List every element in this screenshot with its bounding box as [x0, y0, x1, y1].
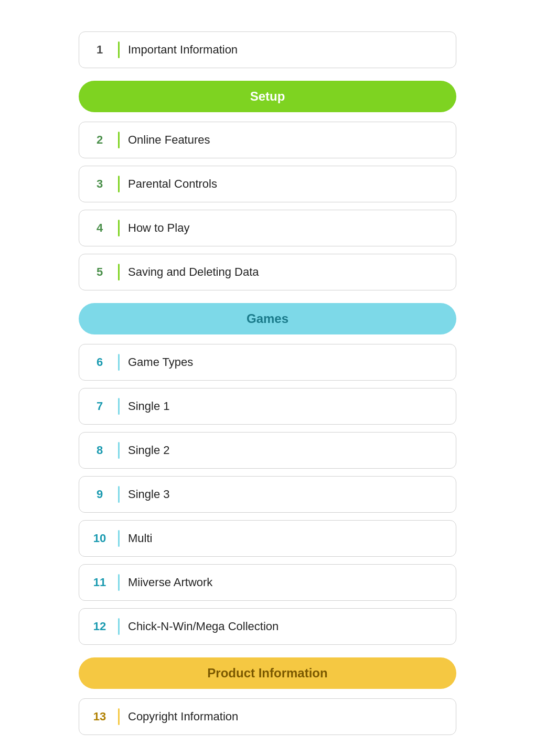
item-divider-4 [118, 220, 120, 236]
section-header-setup: Setup [79, 81, 456, 112]
menu-item-10[interactable]: 10 Multi [79, 520, 456, 557]
item-label-2: Online Features [128, 133, 210, 147]
item-label-12: Chick-N-Win/Mega Collection [128, 620, 279, 633]
item-divider-12 [118, 618, 120, 635]
item-number-3: 3 [90, 177, 110, 191]
item-number-13: 13 [90, 710, 110, 723]
item-number-6: 6 [90, 355, 110, 369]
item-label-4: How to Play [128, 221, 189, 235]
menu-item-8[interactable]: 8 Single 2 [79, 432, 456, 469]
item-number-4: 4 [90, 221, 110, 235]
item-number-10: 10 [90, 532, 110, 545]
item-label-6: Game Types [128, 355, 193, 369]
item-label-13: Copyright Information [128, 710, 238, 723]
item-number-11: 11 [90, 576, 110, 589]
menu-item-11[interactable]: 11 Miiverse Artwork [79, 564, 456, 601]
item-label-10: Multi [128, 532, 152, 545]
item-number-8: 8 [90, 444, 110, 457]
item-divider-13 [118, 708, 120, 725]
menu-item-4[interactable]: 4 How to Play [79, 210, 456, 246]
section-header-games: Games [79, 303, 456, 334]
menu-item-9[interactable]: 9 Single 3 [79, 476, 456, 513]
item-label-1: Important Information [128, 43, 238, 57]
menu-item-3[interactable]: 3 Parental Controls [79, 166, 456, 202]
item-divider-1 [118, 41, 120, 58]
item-divider-7 [118, 398, 120, 415]
item-label-11: Miiverse Artwork [128, 576, 212, 589]
menu-item-1[interactable]: 1 Important Information [79, 31, 456, 68]
item-number-7: 7 [90, 399, 110, 413]
item-label-5: Saving and Deleting Data [128, 265, 259, 279]
menu-item-2[interactable]: 2 Online Features [79, 122, 456, 158]
item-label-8: Single 2 [128, 444, 170, 457]
menu-item-12[interactable]: 12 Chick-N-Win/Mega Collection [79, 608, 456, 645]
item-label-9: Single 3 [128, 488, 170, 501]
menu-item-6[interactable]: 6 Game Types [79, 344, 456, 381]
item-number-2: 2 [90, 133, 110, 147]
item-divider-9 [118, 486, 120, 503]
item-divider-6 [118, 354, 120, 371]
item-divider-8 [118, 442, 120, 459]
item-number-5: 5 [90, 265, 110, 279]
menu-item-7[interactable]: 7 Single 1 [79, 388, 456, 425]
item-divider-10 [118, 530, 120, 547]
menu-item-5[interactable]: 5 Saving and Deleting Data [79, 254, 456, 290]
section-header-product: Product Information [79, 657, 456, 689]
menu-item-13[interactable]: 13 Copyright Information [79, 698, 456, 735]
page-wrapper: 1 Important Information Setup 2 Online F… [0, 10, 535, 756]
item-divider-11 [118, 574, 120, 591]
item-label-7: Single 1 [128, 399, 170, 413]
item-label-3: Parental Controls [128, 177, 217, 191]
item-divider-3 [118, 176, 120, 192]
item-number-12: 12 [90, 620, 110, 633]
item-number-1: 1 [90, 43, 110, 57]
item-divider-5 [118, 264, 120, 280]
item-number-9: 9 [90, 488, 110, 501]
item-divider-2 [118, 132, 120, 148]
page-container: 1 Important Information Setup 2 Online F… [79, 21, 456, 742]
